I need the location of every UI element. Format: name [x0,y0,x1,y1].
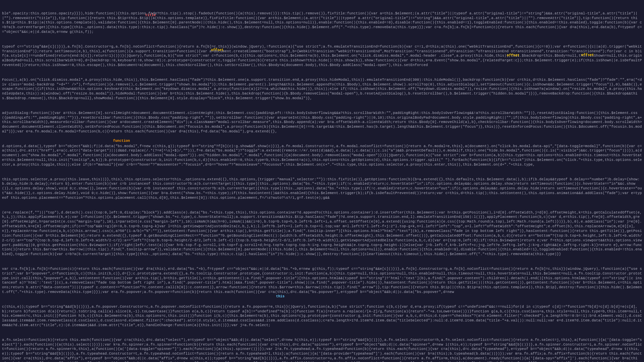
code-line: d.options,d.data(),typeof b=="object"&&b… [2,144,642,167]
code-line: adjustDialog:function(){var a=this.$elem… [2,111,642,134]
code-line: var c=a.fn[b];a.fn[b]=function(c){return… [2,267,642,295]
code-line: (e=e.replace(f,"")||"top"),d.detach().cs… [2,210,642,257]
code-container: ble".opacity:this.options.opacity}}}),hi… [0,0,644,362]
code-line: c(this,e));typeof b=="string"&&d[b]()})}… [2,305,642,328]
code-line: Focus(),a(b).on("click.dismiss.modal",a.… [2,78,642,101]
code-line: typeof c=="string"&&e[c]()})},a.fn[b].Co… [2,45,642,68]
code-line: this.options.selector,a.proxy(this.leave… [2,177,642,200]
code-line: a.fn.select=function(b){return this.each… [2,338,642,362]
code-line: ble".opacity:this.options.opacity}}}),hi… [2,11,642,35]
